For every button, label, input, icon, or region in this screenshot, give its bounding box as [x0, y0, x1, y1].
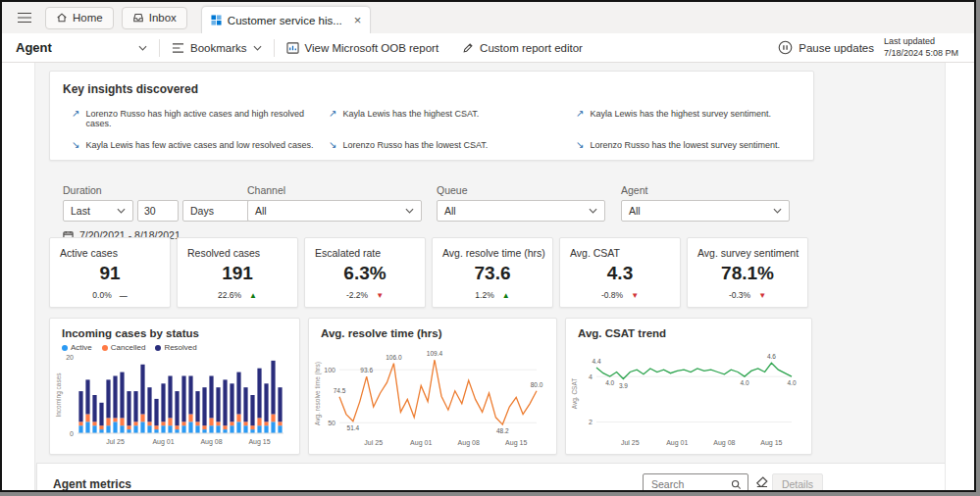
- view-oob-report-button[interactable]: View Microsoft OOB report: [275, 33, 451, 62]
- agent-filter-dropdown[interactable]: All: [621, 200, 790, 222]
- svg-text:Aug 15: Aug 15: [248, 438, 270, 446]
- bookmarks-button[interactable]: Bookmarks: [160, 33, 274, 62]
- trend-down-icon: ↘: [72, 140, 79, 150]
- search-input[interactable]: [644, 478, 731, 490]
- line-chart: 244.44.03.94.04.64.0Jul 25Aug 01Aug 08Au…: [570, 343, 799, 447]
- svg-text:74.5: 74.5: [334, 387, 346, 394]
- kpi-delta-value: 1.2%: [475, 290, 493, 300]
- kpi-title: Avg. survey sentiment: [688, 238, 807, 259]
- insight-item: ↗Lorenzo Russo has high active cases and…: [72, 109, 329, 128]
- svg-text:Aug 01: Aug 01: [410, 439, 432, 447]
- queue-filter-label: Queue: [437, 184, 468, 196]
- kpi-card-avg-survey-sentiment: Avg. survey sentiment 78.1% -0.3%▼: [687, 237, 808, 308]
- duration-mode-dropdown[interactable]: Last: [63, 200, 133, 222]
- legend-dot: [155, 345, 161, 351]
- kpi-card-resolved-cases: Resolved cases 191 22.6%▲: [177, 237, 298, 308]
- report-page-selector-dropdown[interactable]: Agent: [2, 33, 159, 62]
- dropdown-value: All: [629, 205, 641, 217]
- kpi-card-active-cases: Active cases 91 0.0%—: [49, 237, 171, 308]
- insight-grid: ↗Lorenzo Russo has high active cases and…: [72, 109, 813, 160]
- svg-text:4.6: 4.6: [767, 353, 776, 360]
- view-oob-report-label: View Microsoft OOB report: [305, 42, 439, 54]
- insight-item: ↘Lorenzo Russo has the lowest CSAT.: [329, 140, 576, 160]
- kpi-title: Avg. CSAT: [560, 238, 680, 259]
- chart-title: Incoming cases by status: [50, 319, 299, 339]
- kpi-delta: -0.8%▼: [560, 290, 680, 300]
- kpi-value: 73.6: [433, 263, 552, 284]
- chevron-down-icon: [253, 45, 262, 51]
- insight-item: ↘Lorenzo Russo has the lowest survey sen…: [576, 140, 811, 160]
- svg-text:Aug 08: Aug 08: [713, 439, 735, 447]
- tab-strip: Home Inbox Customer service his... ×: [2, 2, 974, 33]
- kpi-delta: -0.3%▼: [688, 290, 807, 300]
- stacked-bar-chart: 020Jul 25Aug 01Aug 08Aug 15Incoming case…: [54, 352, 289, 446]
- legend-item-active: Active: [62, 343, 92, 352]
- kpi-title: Resolved cases: [178, 238, 297, 259]
- last-updated-block: Last updated 7/18/2024 5:08 PM: [884, 36, 974, 59]
- dropdown-value: All: [255, 205, 267, 217]
- kpi-card-avg-csat: Avg. CSAT 4.3 -0.8%▼: [559, 237, 681, 308]
- chevron-down-icon: [405, 208, 414, 214]
- svg-text:Avg. resolve time (hrs): Avg. resolve time (hrs): [314, 362, 322, 425]
- pause-updates-button[interactable]: Pause updates: [768, 33, 884, 62]
- details-button[interactable]: Details: [772, 473, 823, 490]
- chart-avg-resolve-time: Avg. resolve time (hrs) 5010074.551.493.…: [308, 318, 557, 455]
- bookmarks-label: Bookmarks: [190, 42, 247, 54]
- tab-inbox-label: Inbox: [149, 12, 177, 24]
- report-page-selector-value: Agent: [16, 40, 52, 55]
- svg-text:3.9: 3.9: [619, 382, 628, 389]
- trend-down-icon: ↘: [576, 140, 584, 150]
- kpi-value: 91: [50, 263, 170, 284]
- insight-item: ↘Kayla Lewis has few active cases and lo…: [72, 140, 329, 160]
- svg-text:106.0: 106.0: [386, 354, 402, 361]
- legend-label: Active: [71, 343, 92, 352]
- close-tab-icon[interactable]: ×: [354, 14, 362, 26]
- kpi-title: Escalated rate: [305, 238, 425, 259]
- kpi-delta-value: -0.8%: [601, 290, 623, 300]
- last-updated-label: Last updated: [884, 36, 960, 47]
- svg-text:80.0: 80.0: [531, 381, 543, 388]
- kpi-card-escalated-rate: Escalated rate 6.3% -2.2%▼: [304, 237, 426, 308]
- insight-text: Lorenzo Russo has high active cases and …: [85, 109, 329, 128]
- custom-report-editor-button[interactable]: Custom report editor: [450, 33, 594, 62]
- tab-inbox[interactable]: Inbox: [122, 7, 187, 29]
- svg-text:100: 100: [324, 367, 335, 373]
- svg-text:0: 0: [70, 430, 74, 437]
- tab-home[interactable]: Home: [45, 7, 114, 29]
- svg-text:2: 2: [589, 419, 593, 425]
- clear-filters-button[interactable]: [754, 476, 770, 490]
- insight-text: Lorenzo Russo has the lowest CSAT.: [342, 140, 488, 150]
- trend-up-icon: ▲: [249, 291, 257, 300]
- svg-text:20: 20: [66, 354, 74, 361]
- insight-text: Kayla Lewis has few active cases and low…: [85, 140, 313, 150]
- trend-down-icon: ▼: [631, 291, 639, 300]
- trend-down-icon: ▼: [758, 291, 766, 300]
- svg-text:4.4: 4.4: [592, 358, 600, 365]
- svg-text:93.6: 93.6: [360, 367, 373, 373]
- chart-legend: Active Cancelled Resolved: [62, 343, 299, 352]
- chevron-down-icon: [773, 208, 782, 214]
- agent-filter-label: Agent: [621, 184, 647, 196]
- kpi-delta: 22.6%▲: [178, 290, 297, 300]
- chart-title: Avg. resolve time (hrs): [309, 319, 556, 339]
- duration-value-input[interactable]: [137, 200, 179, 222]
- channel-filter-dropdown[interactable]: All: [247, 200, 422, 222]
- trend-down-icon: ↘: [329, 140, 336, 150]
- hamburger-menu-button[interactable]: [12, 5, 37, 30]
- insight-text: Kayla Lewis has the highest survey senti…: [590, 109, 771, 119]
- tab-customer-service-historical[interactable]: Customer service his... ×: [201, 6, 372, 33]
- svg-text:Avg. CSAT: Avg. CSAT: [571, 378, 579, 410]
- kpi-title: Active cases: [50, 238, 170, 259]
- insight-text: Kayla Lewis has the highest CSAT.: [342, 109, 479, 119]
- svg-text:Jul 25: Jul 25: [106, 438, 125, 445]
- svg-text:48.2: 48.2: [496, 427, 509, 434]
- custom-report-editor-label: Custom report editor: [480, 42, 583, 54]
- duration-filter-label: Duration: [63, 184, 102, 196]
- agent-metrics-searchbox: [643, 473, 748, 490]
- legend-item-cancelled: Cancelled: [102, 343, 146, 352]
- svg-text:Aug 08: Aug 08: [458, 439, 480, 447]
- queue-filter-dropdown[interactable]: All: [437, 200, 605, 222]
- chart-title: Avg. CSAT trend: [566, 319, 811, 339]
- dropdown-value: All: [444, 205, 456, 217]
- chevron-down-icon: [589, 208, 597, 214]
